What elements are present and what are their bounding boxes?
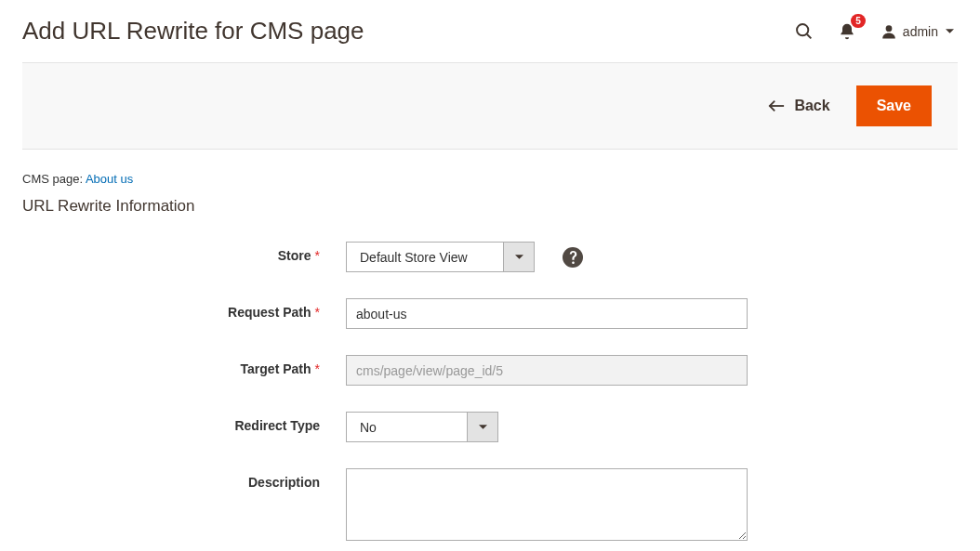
- page-header: Add URL Rewrite for CMS page 5 admin: [0, 0, 980, 62]
- question-icon: [569, 251, 577, 264]
- store-help-tooltip[interactable]: [563, 247, 583, 268]
- request-path-label: Request Path*: [22, 298, 346, 320]
- field-row-target-path: Target Path*: [22, 355, 958, 386]
- svg-point-0: [797, 24, 808, 35]
- header-actions: 5 admin: [794, 21, 954, 41]
- required-mark: *: [315, 248, 320, 263]
- required-mark: *: [315, 305, 320, 320]
- chevron-down-icon: [515, 253, 523, 261]
- search-icon: [794, 21, 814, 41]
- field-row-description: Description: [22, 468, 958, 541]
- store-select-value: Default Store View: [346, 242, 504, 272]
- cms-page-breadcrumb: CMS page: About us: [22, 172, 958, 186]
- target-path-input: [346, 355, 748, 386]
- description-textarea[interactable]: [346, 468, 748, 541]
- redirect-type-label: Redirect Type: [22, 412, 346, 433]
- required-mark: *: [315, 361, 320, 376]
- content-area: CMS page: About us URL Rewrite Informati…: [0, 150, 980, 551]
- notifications-button[interactable]: 5: [838, 22, 856, 41]
- store-label: Store*: [22, 242, 346, 263]
- cms-page-link[interactable]: About us: [86, 172, 133, 186]
- user-icon: [881, 23, 897, 40]
- save-button[interactable]: Save: [856, 85, 932, 126]
- chevron-down-icon: [479, 423, 487, 431]
- field-row-request-path: Request Path*: [22, 298, 958, 329]
- back-button-label: Back: [794, 98, 829, 114]
- target-path-label: Target Path*: [22, 355, 346, 376]
- search-button[interactable]: [794, 21, 814, 41]
- notification-badge: 5: [851, 14, 866, 28]
- cms-page-prefix: CMS page:: [22, 172, 86, 186]
- page-title: Add URL Rewrite for CMS page: [22, 17, 364, 46]
- chevron-down-icon: [946, 27, 954, 35]
- svg-line-1: [807, 34, 811, 38]
- store-select[interactable]: Default Store View: [346, 242, 535, 272]
- svg-point-2: [885, 25, 892, 32]
- request-path-input[interactable]: [346, 298, 748, 329]
- store-select-toggle[interactable]: [504, 242, 535, 272]
- description-label: Description: [22, 468, 346, 490]
- arrow-left-icon: [768, 99, 785, 112]
- redirect-type-toggle[interactable]: [468, 412, 498, 442]
- field-row-store: Store* Default Store View: [22, 242, 958, 272]
- field-row-redirect-type: Redirect Type No: [22, 412, 958, 442]
- redirect-type-value: No: [346, 412, 468, 442]
- action-toolbar: Back Save: [22, 62, 958, 150]
- admin-account-menu[interactable]: admin: [881, 23, 954, 40]
- back-button[interactable]: Back: [768, 98, 829, 114]
- redirect-type-select[interactable]: No: [346, 412, 498, 442]
- admin-username: admin: [903, 24, 938, 39]
- section-title: URL Rewrite Information: [22, 197, 958, 216]
